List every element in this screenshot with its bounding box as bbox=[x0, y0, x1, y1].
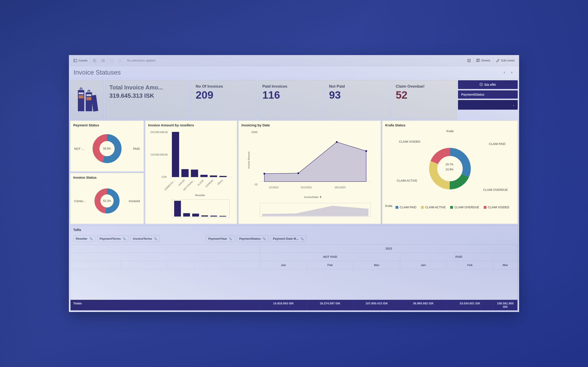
resellers-xlabel: Reseller bbox=[195, 194, 205, 197]
svg-rect-30 bbox=[182, 169, 189, 177]
svg-point-55 bbox=[365, 150, 367, 152]
legend-paid: CLAIM PAID bbox=[400, 206, 416, 209]
svg-rect-45 bbox=[210, 216, 217, 217]
svg-rect-33 bbox=[210, 175, 217, 177]
invoice-status-title: Invoice Status bbox=[73, 175, 141, 179]
invoicing-svg: Invoice Amount 200M -20 1/1/2023 15/1/20… bbox=[242, 128, 378, 221]
svg-text:VIATOR: VIATOR bbox=[178, 179, 185, 186]
resellers-title: Invoice Amount by resellers bbox=[148, 123, 234, 127]
payment-status-left-label: NOT ... bbox=[74, 147, 84, 150]
svg-text:Invoice Amount: Invoice Amount bbox=[247, 152, 250, 169]
svg-rect-46 bbox=[219, 216, 226, 217]
svg-rect-32 bbox=[200, 175, 208, 177]
svg-text:EXPEDIA: EXPEDIA bbox=[205, 179, 214, 188]
krafa-l-voided: CLAIM VOIDED bbox=[399, 140, 420, 143]
invoicing-title: Invoicing by Date bbox=[242, 123, 378, 127]
svg-text:29/1/2023: 29/1/2023 bbox=[334, 186, 346, 189]
payment-status-chart[interactable]: Payment Status 55.5% NOT ... PAID bbox=[70, 121, 144, 172]
invoicing-chart[interactable]: Invoicing by Date Invoice Amount 200M -2… bbox=[238, 121, 381, 224]
krafa-top-label: Krafa bbox=[446, 129, 453, 133]
svg-rect-44 bbox=[201, 215, 208, 217]
svg-text:200M: 200M bbox=[251, 131, 258, 133]
svg-rect-43 bbox=[192, 214, 199, 217]
resellers-svg: 220.000.000,00 110.000.000,00 0,00 DOMES… bbox=[148, 128, 234, 221]
resellers-chart[interactable]: Invoice Amount by resellers 220.000.000,… bbox=[145, 121, 237, 224]
svg-text:InvoiceDate  ▼: InvoiceDate ▼ bbox=[304, 195, 322, 199]
legend-voided: CLAIM VOIDED bbox=[488, 206, 509, 209]
sparkle-icon bbox=[118, 59, 122, 62]
krafa-legend: CLAIM PAID CLAIM ACTIVE CLAIM OVERDUE CL… bbox=[396, 206, 509, 209]
svg-point-5 bbox=[119, 59, 121, 62]
krafa-center-bot: 24.9% bbox=[446, 168, 453, 171]
svg-text:0,00: 0,00 bbox=[162, 175, 166, 178]
krafa-l-overdue: CLAIM OVERDUE bbox=[483, 188, 508, 192]
svg-text:110.000.000,00: 110.000.000,00 bbox=[150, 153, 168, 156]
svg-rect-34 bbox=[219, 176, 226, 177]
krafa-l-paid: CLAIM PAID bbox=[489, 142, 506, 146]
payment-status-title: Payment Status bbox=[73, 123, 141, 127]
invoice-status-chart[interactable]: Invoice Status 52.2% Correc... Invoiced bbox=[70, 173, 144, 224]
payment-status-center: 55.5% bbox=[103, 147, 111, 150]
svg-point-54 bbox=[336, 141, 338, 143]
payment-status-right-label: PAID bbox=[133, 147, 140, 150]
svg-text:-20: -20 bbox=[254, 183, 258, 186]
svg-rect-29 bbox=[172, 132, 179, 177]
krafa-center-top: 29.7% bbox=[446, 163, 453, 166]
krafa-legend-title: Krafa bbox=[385, 204, 392, 208]
svg-text:KLOOK: KLOOK bbox=[197, 179, 204, 186]
krafa-l-active: CLAIM ACTIVE bbox=[397, 179, 417, 182]
svg-text:DOMESTIC ...: DOMESTIC ... bbox=[164, 179, 176, 191]
svg-rect-4 bbox=[110, 59, 113, 62]
svg-rect-42 bbox=[183, 213, 190, 217]
svg-rect-41 bbox=[174, 201, 181, 217]
invoice-status-left-label: Correc... bbox=[74, 199, 86, 203]
clear-selections-button[interactable] bbox=[107, 57, 116, 64]
legend-active: CLAIM ACTIVE bbox=[425, 206, 446, 209]
svg-rect-31 bbox=[191, 169, 198, 177]
krafa-chart[interactable]: Krafa Status Krafa 29.7% 24.9% CLAIM VOI… bbox=[382, 121, 518, 224]
invoice-status-center: 52.2% bbox=[103, 199, 111, 202]
clear-icon bbox=[110, 59, 113, 62]
svg-text:15/1/2023: 15/1/2023 bbox=[301, 186, 312, 189]
legend-overdue: CLAIM OVERDUE bbox=[454, 206, 479, 209]
invoice-status-right-label: Invoiced bbox=[129, 199, 140, 203]
smart-search-button[interactable] bbox=[116, 57, 124, 64]
svg-text:220.000.000,00: 220.000.000,00 bbox=[150, 131, 168, 133]
svg-point-53 bbox=[297, 172, 299, 174]
svg-text:Others: Others bbox=[217, 179, 224, 186]
svg-text:1/1/2023: 1/1/2023 bbox=[269, 186, 279, 189]
svg-point-52 bbox=[263, 173, 265, 175]
krafa-title: Krafa Status bbox=[385, 123, 515, 127]
